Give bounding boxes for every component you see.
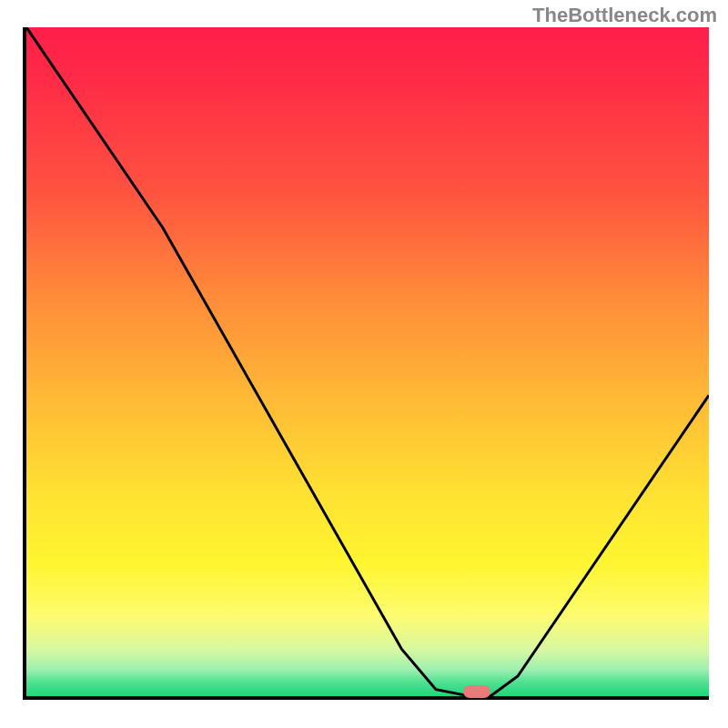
curve-svg — [26, 27, 709, 696]
curve-path — [26, 27, 709, 696]
optimal-marker — [463, 685, 490, 698]
chart-container: TheBottleneck.com — [0, 0, 728, 728]
watermark-text: TheBottleneck.com — [532, 4, 717, 27]
plot-area — [23, 27, 709, 700]
